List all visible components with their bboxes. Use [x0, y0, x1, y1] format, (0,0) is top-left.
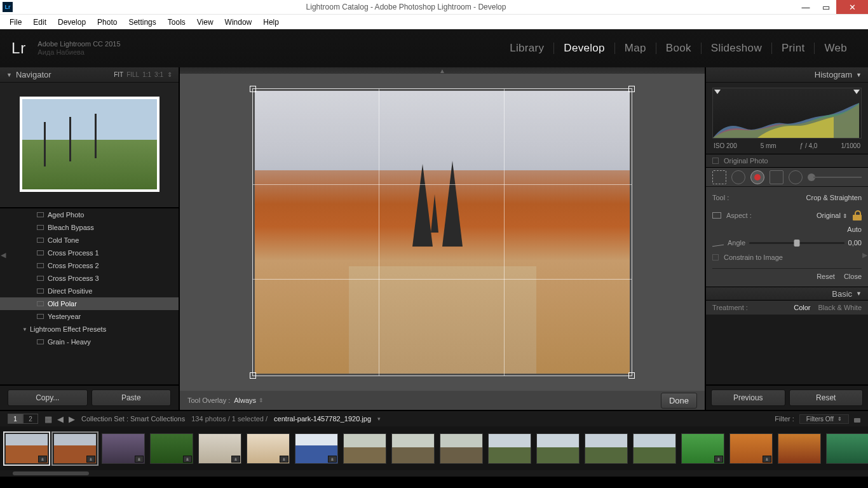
- preset-item[interactable]: Grain - Heavy: [0, 336, 179, 348]
- angle-slider[interactable]: [749, 242, 844, 244]
- preset-section-header[interactable]: ▼Lightroom Effect Presets: [0, 323, 179, 336]
- module-book[interactable]: Book: [656, 42, 701, 55]
- collection-path[interactable]: Collection Set : Smart Collections: [81, 415, 185, 423]
- crop-tool-icon[interactable]: [712, 170, 726, 184]
- reset-button[interactable]: Reset: [789, 390, 864, 406]
- filmstrip-thumb[interactable]: [585, 433, 628, 464]
- filmstrip-thumb[interactable]: ±: [247, 433, 290, 464]
- redeye-tool-icon[interactable]: [750, 170, 764, 184]
- module-library[interactable]: Library: [500, 42, 553, 55]
- aspect-value[interactable]: Original ⇕: [817, 212, 848, 219]
- filmstrip-thumb[interactable]: [343, 433, 386, 464]
- menu-develop[interactable]: Develop: [52, 16, 92, 29]
- menu-tools[interactable]: Tools: [162, 16, 191, 29]
- treatment-color[interactable]: Color: [794, 304, 810, 311]
- aspect-tool-icon[interactable]: [712, 212, 721, 219]
- previous-button[interactable]: Previous: [711, 390, 785, 406]
- tool-reset-button[interactable]: Reset: [817, 273, 835, 280]
- preset-item[interactable]: Yesteryear: [0, 310, 179, 323]
- aspect-lock-icon[interactable]: [853, 210, 862, 220]
- menu-view[interactable]: View: [191, 16, 219, 29]
- module-print[interactable]: Print: [772, 42, 814, 55]
- done-button[interactable]: Done: [661, 393, 697, 409]
- angle-value[interactable]: 0,00: [848, 239, 862, 247]
- menu-file[interactable]: File: [4, 16, 27, 29]
- menu-edit[interactable]: Edit: [27, 16, 52, 29]
- filmstrip-thumb[interactable]: ±: [53, 433, 97, 464]
- filmstrip-thumb[interactable]: ±: [295, 433, 338, 464]
- auto-angle-button[interactable]: Auto: [847, 226, 862, 233]
- preset-item[interactable]: Cross Process 3: [0, 272, 179, 285]
- original-photo-row[interactable]: Original Photo: [706, 154, 868, 168]
- filmstrip-thumb[interactable]: [778, 433, 821, 464]
- image-canvas[interactable]: [180, 74, 705, 391]
- identity-block[interactable]: Adobe Lightroom CC 2015 Аида Набиева: [37, 40, 120, 57]
- filmstrip-thumb[interactable]: ±: [729, 433, 773, 464]
- zoom-1-1[interactable]: 1:1: [142, 71, 151, 78]
- zoom-3-1[interactable]: 3:1: [154, 71, 163, 78]
- preset-item[interactable]: Direct Positive: [0, 285, 179, 297]
- display-1[interactable]: 1: [8, 414, 23, 424]
- filmstrip-thumb[interactable]: [536, 433, 580, 464]
- radial-filter-icon[interactable]: [789, 170, 803, 184]
- menu-window[interactable]: Window: [219, 16, 258, 29]
- secondary-display-toggle[interactable]: ▲: [180, 67, 705, 74]
- dropdown-icon[interactable]: ⇕: [259, 397, 264, 403]
- right-panel-toggle[interactable]: ▶: [862, 245, 868, 264]
- filmstrip-thumb[interactable]: ±: [681, 433, 724, 464]
- shadow-clip-icon[interactable]: [714, 90, 721, 94]
- zoom-fit[interactable]: FIT: [114, 71, 123, 78]
- zoom-more-icon[interactable]: ⇕: [167, 71, 172, 78]
- module-map[interactable]: Map: [615, 42, 656, 55]
- copy-button[interactable]: Copy...: [8, 390, 88, 406]
- filename-dropdown-icon[interactable]: ▾: [377, 416, 381, 422]
- next-photo-icon[interactable]: ▶: [69, 414, 75, 424]
- histogram-graph[interactable]: [712, 88, 862, 139]
- filmstrip-scrollbar[interactable]: [0, 470, 868, 477]
- tool-close-button[interactable]: Close: [844, 273, 862, 280]
- module-slideshow[interactable]: Slideshow: [702, 42, 771, 55]
- menu-photo[interactable]: Photo: [92, 16, 123, 29]
- histogram-header[interactable]: Histogram ▼: [706, 67, 868, 83]
- preset-item[interactable]: Cross Process 1: [0, 247, 179, 259]
- module-develop[interactable]: Develop: [554, 42, 614, 55]
- menu-settings[interactable]: Settings: [123, 16, 161, 29]
- filmstrip-thumb[interactable]: [440, 433, 483, 464]
- filmstrip-thumb[interactable]: [633, 433, 676, 464]
- navigator-preview[interactable]: [0, 83, 179, 207]
- filmstrip-thumb[interactable]: ±: [150, 433, 193, 464]
- filter-lock-icon[interactable]: [854, 415, 860, 423]
- preset-item[interactable]: Cold Tone: [0, 234, 179, 247]
- spot-removal-icon[interactable]: [731, 170, 745, 184]
- display-2[interactable]: 2: [23, 414, 38, 424]
- original-photo-checkbox[interactable]: [712, 158, 719, 164]
- adjustment-brush-icon[interactable]: [808, 173, 862, 181]
- maximize-button[interactable]: ▭: [816, 0, 836, 14]
- filmstrip-thumb[interactable]: ±: [198, 433, 241, 464]
- preset-item[interactable]: Bleach Bypass: [0, 221, 179, 234]
- prev-photo-icon[interactable]: ◀: [57, 414, 64, 424]
- filmstrip-thumb[interactable]: ±: [102, 433, 145, 464]
- module-web[interactable]: Web: [815, 42, 857, 55]
- filmstrip-thumb[interactable]: ±: [5, 433, 48, 464]
- preset-item[interactable]: Cross Process 2: [0, 259, 179, 272]
- grid-view-icon[interactable]: ▦: [44, 414, 52, 424]
- navigator-header[interactable]: ▼ Navigator FITFILL1:13:1 ⇕: [0, 67, 179, 83]
- left-panel-toggle[interactable]: ◀: [0, 245, 6, 264]
- filmstrip[interactable]: ±±±±±±±±±: [0, 426, 868, 470]
- minimize-button[interactable]: —: [796, 0, 816, 14]
- highlight-clip-icon[interactable]: [853, 90, 860, 94]
- paste-button[interactable]: Paste: [92, 390, 172, 406]
- preset-item[interactable]: Old Polar: [0, 297, 179, 310]
- filmstrip-thumb[interactable]: [488, 433, 531, 464]
- preset-item[interactable]: Aged Photo: [0, 208, 179, 221]
- constrain-checkbox[interactable]: [712, 254, 719, 261]
- basic-panel-header[interactable]: Basic ▼: [706, 287, 868, 301]
- filter-select[interactable]: Filters Off⇕: [799, 414, 849, 424]
- filmstrip-thumb[interactable]: [391, 433, 435, 464]
- current-filename[interactable]: central-park-1457782_1920.jpg: [274, 415, 371, 423]
- close-button[interactable]: ✕: [836, 0, 868, 14]
- angle-icon[interactable]: [712, 239, 724, 247]
- tool-overlay-value[interactable]: Always: [234, 396, 256, 404]
- graduated-filter-icon[interactable]: [770, 170, 783, 184]
